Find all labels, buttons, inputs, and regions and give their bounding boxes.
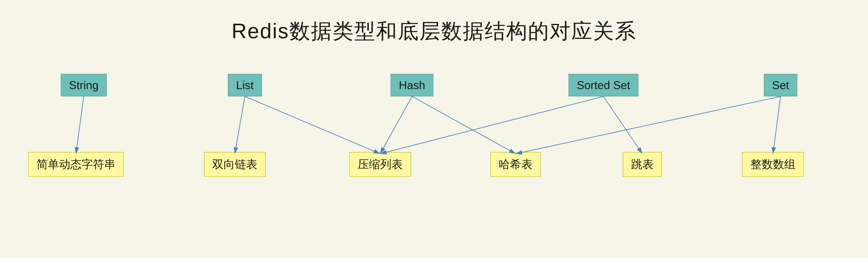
page-title: Redis数据类型和底层数据结构的对应关系 [0, 0, 868, 46]
compressed-list-box: 压缩列表 [349, 152, 411, 177]
svg-line-2 [235, 96, 245, 154]
svg-line-5 [412, 96, 516, 154]
hash-box: Hash [391, 74, 433, 96]
hash-table-box: 哈希表 [490, 152, 541, 177]
svg-line-9 [773, 96, 780, 154]
diagram-area: String List Hash Sorted Set Set 简单动态字符串 … [0, 61, 868, 258]
int-array-box: 整数数组 [742, 152, 804, 177]
list-box: List [228, 74, 262, 96]
svg-line-7 [603, 96, 642, 154]
svg-line-4 [380, 96, 412, 154]
doubly-linked-list-box: 双向链表 [204, 152, 266, 177]
svg-line-1 [76, 96, 84, 154]
skip-list-box: 跳表 [623, 152, 662, 177]
svg-line-6 [380, 96, 603, 154]
svg-line-8 [516, 96, 780, 154]
arrows-svg [0, 61, 868, 258]
string-box: String [61, 74, 107, 96]
sds-box: 简单动态字符串 [28, 152, 124, 177]
sorted-set-box: Sorted Set [568, 74, 639, 96]
svg-line-3 [245, 96, 380, 154]
set-box: Set [764, 74, 797, 96]
